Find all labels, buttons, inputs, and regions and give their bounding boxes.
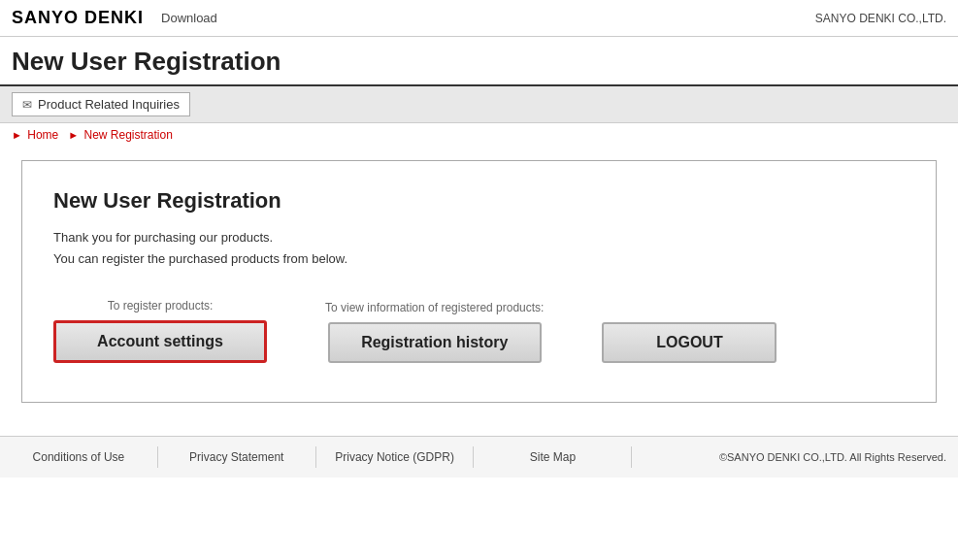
desc-line-1: Thank you for purchasing our products. [53, 227, 905, 248]
nav-bar: ✉ Product Related Inquiries [0, 86, 958, 123]
breadcrumb-home[interactable]: Home [27, 128, 58, 142]
page-title: New User Registration [12, 47, 946, 77]
footer-links: Conditions of Use Privacy Statement Priv… [0, 437, 958, 478]
history-button-group: To view information of registered produc… [325, 301, 544, 363]
content-box: New User Registration Thank you for purc… [21, 160, 937, 403]
main-content: New User Registration Thank you for purc… [0, 147, 958, 416]
footer-conditions[interactable]: Conditions of Use [0, 446, 158, 468]
footer: Conditions of Use Privacy Statement Priv… [0, 436, 958, 478]
registration-history-button[interactable]: Registration history [328, 322, 542, 363]
product-inquiries-button[interactable]: ✉ Product Related Inquiries [12, 92, 190, 116]
logo: SANYO DENKI [12, 8, 144, 28]
envelope-icon: ✉ [22, 98, 32, 112]
register-label: To register products: [108, 299, 214, 313]
header: SANYO DENKI Download SANYO DENKI CO.,LTD… [0, 0, 958, 37]
account-button-group: To register products: Account settings [53, 299, 267, 363]
breadcrumb-arrow-1: ► [12, 129, 22, 141]
footer-site-map[interactable]: Site Map [474, 446, 632, 468]
desc-line-2: You can register the purchased products … [53, 248, 905, 270]
breadcrumb-arrow-2: ► [68, 129, 79, 141]
breadcrumb: ► Home ► New Registration [0, 123, 958, 147]
footer-privacy-notice[interactable]: Privacy Notice (GDPR) [316, 446, 475, 468]
button-section: To register products: Account settings T… [53, 299, 905, 363]
content-title: New User Registration [53, 188, 905, 214]
product-inquiries-label: Product Related Inquiries [38, 97, 180, 112]
logout-button[interactable]: LOGOUT [602, 322, 776, 363]
breadcrumb-current[interactable]: New Registration [84, 128, 173, 142]
footer-copyright: ©SANYO DENKI CO.,LTD. All Rights Reserve… [632, 447, 958, 467]
header-left: SANYO DENKI Download [12, 8, 217, 28]
footer-privacy-statement[interactable]: Privacy Statement [158, 446, 316, 468]
logout-button-group: LOGOUT [602, 301, 776, 363]
download-link[interactable]: Download [161, 11, 217, 25]
logout-spacer [688, 301, 691, 314]
account-settings-button[interactable]: Account settings [53, 320, 267, 363]
content-description: Thank you for purchasing our products. Y… [53, 227, 905, 270]
company-name: SANYO DENKI CO.,LTD. [815, 12, 946, 25]
page-title-bar: New User Registration [0, 37, 958, 86]
view-label: To view information of registered produc… [325, 301, 544, 314]
